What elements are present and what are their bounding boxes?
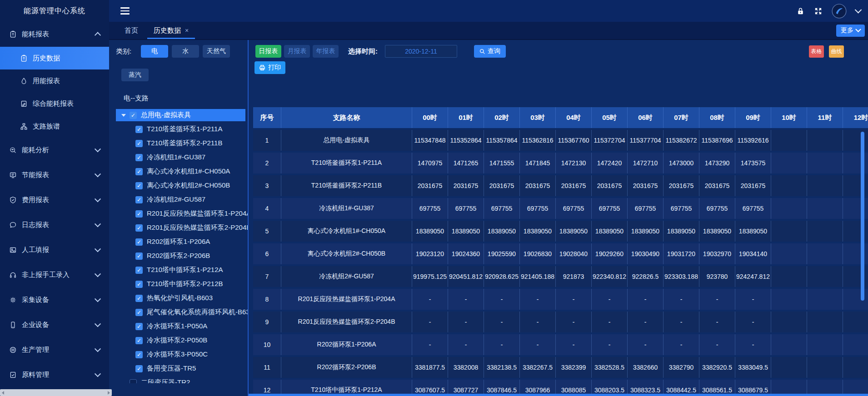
checkbox[interactable]	[130, 379, 137, 384]
menu-toggle-icon[interactable]	[120, 7, 130, 15]
query-button[interactable]: 查询	[474, 45, 506, 58]
sidebar-item-composite-energy-report[interactable]: 综合能耗报表	[0, 92, 109, 115]
table-view-button[interactable]: 表格	[809, 45, 824, 58]
tree-node[interactable]: ✓冷冻机组1#-GU387	[109, 150, 248, 164]
cell-value: -	[628, 289, 663, 310]
sidebar-hscrollbar[interactable]	[0, 389, 112, 396]
scroll-right-icon[interactable]	[108, 391, 110, 395]
cell-branch-name: 冷冻机组2#-GU587	[281, 266, 412, 287]
checkbox[interactable]: ✓	[135, 140, 143, 147]
sidebar-item-energy-report[interactable]: 能耗报表	[0, 22, 109, 47]
sidebar-item-log-report[interactable]: 日志报表	[0, 213, 109, 238]
cell-value: 1471555	[484, 153, 520, 173]
checkbox[interactable]: ✓	[135, 126, 143, 133]
checkbox[interactable]: ✓	[135, 252, 143, 260]
tree-node[interactable]: ✓冷水循环泵1-P050A	[109, 319, 248, 333]
category-steam[interactable]: 蒸汽	[121, 69, 149, 81]
horizontal-scrollbar[interactable]	[249, 394, 868, 396]
sidebar-item-non-report-manual-entry[interactable]: 非上报手工录入	[0, 262, 109, 287]
cell-value: 1471265	[448, 153, 484, 173]
tree-node[interactable]: ✓T210塔釜循环泵1-P211A	[109, 122, 248, 136]
tree-node[interactable]: 二段变压器-TR2	[109, 376, 248, 383]
tree-node[interactable]: ✓冷水循环泵3-P050C	[109, 347, 248, 361]
category-row: 蒸汽	[121, 69, 248, 81]
cell-value: 697755	[520, 198, 556, 219]
sidebar-item-material-management[interactable]: 原料管理	[0, 362, 109, 387]
tree-node[interactable]: ✓R201反应段热媒盐循环泵1-P204A	[109, 207, 248, 221]
date-label: 选择时间:	[348, 47, 378, 56]
tab-history-data[interactable]: 历史数据×	[147, 22, 195, 39]
checkbox[interactable]: ✓	[135, 337, 143, 344]
tree-node[interactable]: ✓R202循环泵2-P206B	[109, 249, 248, 263]
chevron-down-icon[interactable]	[855, 6, 862, 13]
yearly-report-button[interactable]: 年报表	[313, 45, 339, 58]
tree-node[interactable]: ✓冷水循环泵2-P050B	[109, 333, 248, 347]
category-electricity[interactable]: 电	[141, 45, 168, 58]
checkbox[interactable]: ✓	[135, 168, 143, 175]
print-toolbar: 打印	[253, 61, 868, 74]
search-icon	[479, 49, 485, 54]
tree-node[interactable]: ✓热氧化炉引风机-B603	[109, 291, 248, 305]
tree-node[interactable]: ✓冷冻机组2#-GU587	[109, 193, 248, 207]
sidebar-item-energy-saving-report[interactable]: 节能报表	[0, 163, 109, 188]
category-natural-gas[interactable]: 天然气	[203, 45, 230, 58]
cell-value	[843, 357, 868, 378]
close-icon[interactable]: ×	[185, 27, 189, 34]
checkbox[interactable]: ✓	[130, 112, 137, 119]
sidebar-item-history-data[interactable]: 历史数据	[0, 47, 109, 69]
sidebar-item-cost-report[interactable]: 费用报表	[0, 188, 109, 213]
tree-node[interactable]: ✓备用变压器-TR5	[109, 361, 248, 376]
checkbox[interactable]: ✓	[135, 323, 143, 330]
cell-value: 697755	[628, 198, 663, 219]
tree-node[interactable]: ✓尾气催化氧化系统再循环风机-B631	[109, 305, 248, 319]
sidebar-item-collection-device[interactable]: 采集设备	[0, 287, 109, 312]
more-button[interactable]: 更多	[836, 25, 865, 37]
checkbox[interactable]: ✓	[135, 224, 143, 232]
checkbox[interactable]: ✓	[135, 365, 143, 372]
checkbox[interactable]: ✓	[135, 267, 143, 274]
checkbox[interactable]: ✓	[135, 182, 143, 189]
checkbox[interactable]: ✓	[135, 295, 143, 302]
sidebar-item-production-management[interactable]: 生产管理	[0, 337, 109, 362]
fullscreen-icon[interactable]	[814, 7, 823, 15]
avatar[interactable]	[832, 4, 847, 19]
date-input[interactable]: 2020-12-11	[385, 45, 457, 58]
tree-node[interactable]: ✓R201反应段热媒盐循环泵2-P204B	[109, 221, 248, 235]
tab-home[interactable]: 首页	[118, 22, 145, 39]
checkbox[interactable]: ✓	[135, 196, 143, 203]
cell-seq: 8	[253, 289, 281, 310]
checkbox[interactable]: ✓	[135, 238, 143, 246]
sidebar-item-energy-use-report[interactable]: 用能报表	[0, 69, 109, 92]
checkbox[interactable]: ✓	[135, 281, 143, 288]
cell-value	[807, 312, 843, 332]
sidebar-item-enterprise-device[interactable]: 企业设备	[0, 312, 109, 337]
cell-value	[771, 153, 807, 173]
tree-node[interactable]: ✓离心式冷水机组1#-CH050A	[109, 164, 248, 178]
checkbox[interactable]: ✓	[135, 210, 143, 218]
tree-node[interactable]: ✓R202循环泵1-P206A	[109, 235, 248, 249]
vertical-scrollbar-thumb[interactable]	[861, 132, 864, 301]
caret-down-icon[interactable]	[121, 114, 126, 117]
sidebar-item-manual-fill[interactable]: 人工填报	[0, 238, 109, 262]
print-button[interactable]: 打印	[254, 61, 285, 74]
daily-report-button[interactable]: 日报表	[255, 45, 281, 58]
sidebar-item-branch-genealogy[interactable]: 支路族谱	[0, 115, 109, 138]
tree-node[interactable]: ✓T210塔中循环泵1-P212A	[109, 263, 248, 277]
scroll-left-icon[interactable]	[2, 391, 4, 395]
material-icon	[9, 371, 17, 379]
curve-view-button[interactable]: 曲线	[829, 45, 844, 58]
cell-branch-name: R201反应段热媒盐循环泵1-P204A	[281, 289, 412, 310]
cell-branch-name: 离心式冷水机组1#-CH050A	[281, 221, 412, 242]
checkbox[interactable]: ✓	[135, 154, 143, 161]
checkbox[interactable]: ✓	[135, 309, 143, 316]
checkbox[interactable]: ✓	[135, 351, 143, 358]
more-button-label: 更多	[841, 26, 853, 35]
monthly-report-button[interactable]: 月报表	[284, 45, 310, 58]
tree-node[interactable]: ✓总用电-虚拟表具	[116, 109, 245, 121]
tree-node[interactable]: ✓T210塔釜循环泵2-P211B	[109, 136, 248, 150]
sidebar-item-energy-analysis[interactable]: 能耗分析	[0, 138, 109, 163]
lock-icon[interactable]	[796, 7, 805, 15]
category-water[interactable]: 水	[172, 45, 199, 58]
tree-node[interactable]: ✓离心式冷水机组2#-CH050B	[109, 178, 248, 193]
tree-node[interactable]: ✓T210塔中循环泵2-P212B	[109, 277, 248, 291]
